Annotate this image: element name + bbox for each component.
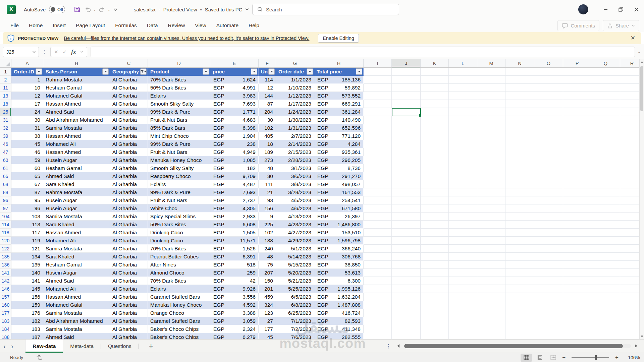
cell[interactable] xyxy=(421,100,449,108)
cell[interactable] xyxy=(477,92,505,100)
cell[interactable] xyxy=(421,285,449,293)
cell[interactable]: 59 xyxy=(11,156,43,164)
cell[interactable] xyxy=(449,108,477,116)
save-button[interactable] xyxy=(72,5,82,14)
filter-applied-button[interactable] xyxy=(140,68,147,75)
cell[interactable]: 134 xyxy=(11,253,43,261)
cell[interactable]: EGP1,904 xyxy=(210,132,259,140)
cell[interactable]: 1/30/2023 xyxy=(276,116,314,124)
cell[interactable] xyxy=(505,100,534,108)
cell[interactable]: 12 xyxy=(11,92,43,100)
cell[interactable]: Rahma Mostafa xyxy=(43,188,110,196)
cell[interactable]: Al Gharbia xyxy=(110,293,148,301)
cell[interactable]: 46 xyxy=(11,148,43,156)
row-header-32[interactable]: 32 xyxy=(0,124,11,132)
cell[interactable]: 70% Dark Bites xyxy=(148,245,210,253)
cell[interactable] xyxy=(392,325,421,333)
undo-button[interactable] xyxy=(83,5,93,14)
cell[interactable]: 144 xyxy=(259,92,276,100)
column-header-H[interactable]: H xyxy=(314,59,364,67)
cell[interactable]: 182 xyxy=(11,317,43,325)
cell[interactable] xyxy=(534,301,563,309)
cell[interactable]: EGP7,693 xyxy=(210,188,259,196)
cell[interactable]: 48 xyxy=(259,253,276,261)
cell[interactable]: 30 xyxy=(259,116,276,124)
cell[interactable]: Al Gharbia xyxy=(110,116,148,124)
cell[interactable] xyxy=(477,213,505,221)
cell[interactable]: Al Gharbia xyxy=(110,253,148,261)
cell[interactable] xyxy=(505,317,534,325)
cell[interactable]: EGP185,136 xyxy=(314,76,364,84)
cell[interactable] xyxy=(534,172,563,180)
cell[interactable] xyxy=(505,92,534,100)
cell[interactable]: Al Gharbia xyxy=(110,277,148,285)
accessibility-checker-icon[interactable] xyxy=(36,354,42,361)
cell[interactable]: 113 xyxy=(11,221,43,229)
cell[interactable] xyxy=(392,92,421,100)
cell[interactable] xyxy=(591,237,620,245)
fill-handle[interactable] xyxy=(419,114,422,117)
cell[interactable]: 177 xyxy=(259,325,276,333)
cell[interactable] xyxy=(364,116,392,124)
cell[interactable] xyxy=(591,253,620,261)
table-header-sales-person[interactable]: Sales Person xyxy=(43,68,110,76)
cell[interactable] xyxy=(534,213,563,221)
cell[interactable]: 10 xyxy=(11,84,43,92)
row-header-146[interactable]: 146 xyxy=(0,285,11,293)
cell[interactable]: Mohamed Ali xyxy=(43,140,110,148)
cell[interactable]: EGP2,324 xyxy=(210,325,259,333)
cell[interactable] xyxy=(364,76,392,84)
cell[interactable] xyxy=(534,221,563,229)
table-header-order-date[interactable]: Order date xyxy=(276,68,314,76)
cell[interactable] xyxy=(563,261,591,269)
cell[interactable]: EGP671,580 xyxy=(314,204,364,213)
cell[interactable]: Al Gharbia xyxy=(110,156,148,164)
row-header-135[interactable]: 135 xyxy=(0,253,11,261)
cell[interactable]: EGP6,300 xyxy=(314,277,364,285)
column-header-J[interactable]: J xyxy=(392,59,421,67)
cell[interactable] xyxy=(591,301,620,309)
cell[interactable]: 12 xyxy=(259,84,276,92)
row-header-136[interactable]: 136 xyxy=(0,261,11,269)
cell[interactable]: Baker's Choco Chips xyxy=(148,325,210,333)
cell[interactable]: EGP38,850 xyxy=(314,261,364,269)
cell[interactable]: 119 xyxy=(11,237,43,245)
column-header-B[interactable]: B xyxy=(43,59,110,67)
cell[interactable] xyxy=(449,164,477,172)
cell[interactable]: EGP518 xyxy=(210,261,259,269)
cell[interactable]: 24 xyxy=(11,108,43,116)
cell[interactable]: 75 xyxy=(259,261,276,269)
cell[interactable] xyxy=(534,237,563,245)
cell[interactable] xyxy=(563,333,591,339)
row-header-18[interactable]: 18 xyxy=(0,100,11,108)
cell[interactable] xyxy=(421,132,449,140)
cell[interactable]: Samira Mostafa xyxy=(43,309,110,317)
cell[interactable] xyxy=(364,172,392,180)
cell[interactable] xyxy=(421,180,449,188)
cell[interactable]: 2/7/2023 xyxy=(276,132,314,140)
cell[interactable] xyxy=(477,277,505,285)
cell[interactable]: EGP1,771 xyxy=(210,108,259,116)
cell[interactable]: 117 xyxy=(11,229,43,237)
cell[interactable]: EGP296,205 xyxy=(314,156,364,164)
cell[interactable]: Al Gharbia xyxy=(110,180,148,188)
cell[interactable]: EGP361,284 xyxy=(314,108,364,116)
row-header-122[interactable]: 122 xyxy=(0,245,11,253)
filter-dropdown-button[interactable] xyxy=(307,68,313,75)
cell[interactable]: EGP416,724 xyxy=(314,309,364,317)
cell[interactable] xyxy=(392,301,421,309)
cell[interactable] xyxy=(563,188,591,196)
cell[interactable] xyxy=(534,196,563,204)
cell[interactable] xyxy=(591,84,620,92)
cell[interactable] xyxy=(591,124,620,132)
cell[interactable] xyxy=(477,164,505,172)
cell[interactable] xyxy=(563,172,591,180)
cell[interactable] xyxy=(449,253,477,261)
cell[interactable]: 135 xyxy=(11,261,43,269)
row-header-118[interactable]: 118 xyxy=(0,229,11,237)
cell[interactable]: 27 xyxy=(259,317,276,325)
cell[interactable]: Mohamed Galal xyxy=(43,301,110,309)
cell[interactable]: 145 xyxy=(11,285,43,293)
cell[interactable]: EGP11,571 xyxy=(210,237,259,245)
cell[interactable]: EGP498,057 xyxy=(314,180,364,188)
